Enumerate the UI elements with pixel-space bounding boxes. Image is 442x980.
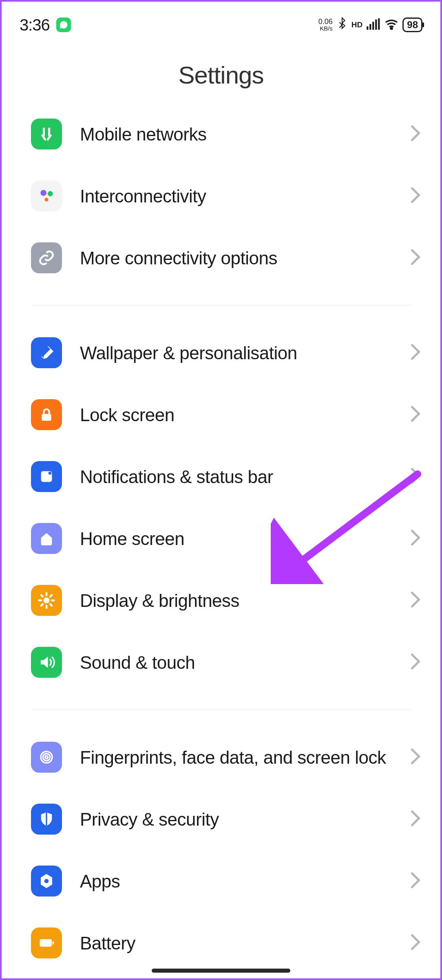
row-wallpaper[interactable]: Wallpaper & personalisation [2, 322, 440, 384]
row-label: Mobile networks [80, 123, 392, 145]
svg-rect-9 [42, 414, 51, 421]
svg-point-22 [43, 754, 50, 761]
svg-line-17 [41, 595, 43, 597]
bluetooth-icon [337, 17, 347, 33]
link-icon [31, 242, 62, 273]
svg-rect-26 [53, 941, 54, 944]
lock-icon [31, 399, 62, 430]
svg-rect-3 [375, 20, 377, 30]
svg-line-18 [50, 604, 52, 606]
row-privacy[interactable]: Privacy & security [2, 788, 440, 850]
chevron-right-icon [410, 748, 421, 767]
svg-line-20 [50, 595, 52, 597]
home-indicator[interactable] [152, 969, 290, 973]
status-bar-right: 0.06 KB/s HD 98 [318, 17, 422, 33]
speaker-icon [31, 647, 62, 678]
sim-icon [31, 119, 62, 149]
shield-icon [31, 804, 62, 835]
svg-rect-1 [369, 24, 371, 30]
chevron-right-icon [410, 405, 421, 424]
chevron-right-icon [410, 872, 421, 890]
hex-icon [31, 866, 62, 897]
battery-icon [31, 927, 62, 958]
row-label: Display & brightness [80, 589, 392, 612]
row-notifications[interactable]: Notifications & status bar [2, 446, 440, 508]
hd-indicator: HD [351, 21, 362, 28]
chevron-right-icon [410, 934, 421, 952]
tile-icon [31, 461, 62, 492]
row-label: Fingerprints, face data, and screen lock [80, 746, 392, 769]
svg-point-5 [391, 28, 392, 29]
chevron-right-icon [410, 529, 421, 548]
row-display[interactable]: Display & brightness [2, 569, 440, 631]
chevron-right-icon [410, 467, 421, 486]
section-divider [31, 710, 411, 710]
net-speed-indicator: 0.06 KB/s [318, 18, 333, 31]
row-mobile-networks[interactable]: Mobile networks [2, 103, 440, 165]
home-icon [31, 523, 62, 554]
row-label: More connectivity options [80, 247, 392, 269]
chevron-right-icon [410, 125, 421, 143]
status-time: 3:36 [20, 16, 50, 34]
settings-list: Mobile networks Interconnectivity More c… [2, 103, 440, 974]
svg-point-7 [48, 191, 53, 196]
chevron-right-icon [410, 343, 421, 362]
svg-line-19 [41, 604, 43, 606]
row-label: Privacy & security [80, 808, 392, 831]
svg-rect-0 [367, 26, 368, 30]
row-label: Notifications & status bar [80, 466, 392, 488]
chevron-right-icon [410, 248, 421, 267]
svg-point-12 [44, 598, 50, 604]
row-home-screen[interactable]: Home screen [2, 508, 440, 569]
battery-indicator: 98 [402, 18, 422, 32]
svg-rect-25 [40, 939, 52, 947]
row-battery[interactable]: Battery [2, 912, 440, 974]
fingerprint-icon [31, 742, 62, 773]
net-speed-unit: KB/s [320, 25, 333, 32]
row-more-connectivity[interactable]: More connectivity options [2, 227, 440, 289]
section-divider [31, 305, 411, 305]
chevron-right-icon [410, 187, 421, 205]
status-bar-left: 3:36 [20, 16, 71, 34]
net-speed-value: 0.06 [318, 18, 333, 26]
svg-point-23 [45, 756, 48, 759]
row-interconnectivity[interactable]: Interconnectivity [2, 165, 440, 227]
row-label: Wallpaper & personalisation [80, 342, 392, 364]
svg-rect-2 [372, 22, 374, 30]
row-label: Home screen [80, 527, 392, 550]
row-lock-screen[interactable]: Lock screen [2, 384, 440, 446]
chevron-right-icon [410, 810, 421, 828]
page-title: Settings [2, 42, 440, 103]
dots-icon [31, 180, 62, 211]
svg-point-24 [44, 879, 49, 883]
svg-point-8 [44, 198, 48, 202]
row-label: Battery [80, 932, 392, 954]
chevron-right-icon [410, 653, 421, 672]
row-sound[interactable]: Sound & touch [2, 631, 440, 693]
sun-icon [31, 585, 62, 616]
row-label: Lock screen [80, 404, 392, 426]
row-apps[interactable]: Apps [2, 850, 440, 912]
whatsapp-icon [56, 18, 71, 32]
wifi-icon [385, 18, 398, 31]
signal-icon [367, 18, 380, 31]
row-label: Apps [80, 870, 392, 892]
status-bar: 3:36 0.06 KB/s HD 98 [2, 2, 440, 42]
row-label: Interconnectivity [80, 185, 392, 207]
svg-point-11 [49, 472, 51, 475]
brush-icon [31, 337, 62, 368]
svg-point-6 [40, 190, 46, 196]
chevron-right-icon [410, 591, 421, 610]
row-label: Sound & touch [80, 651, 392, 674]
svg-rect-4 [378, 18, 380, 30]
row-biometrics[interactable]: Fingerprints, face data, and screen lock [2, 726, 440, 788]
